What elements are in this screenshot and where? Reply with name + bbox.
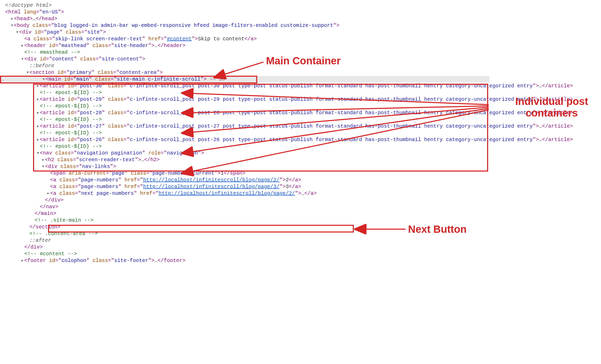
section-open[interactable]: ▾<section id="primary" class="content-ar… — [26, 69, 489, 76]
article-post-28[interactable]: ▸<article id="post-28" class="c-infinte-… — [36, 110, 489, 116]
expand-icon[interactable]: ▸ — [36, 123, 40, 130]
header-collapsed[interactable]: ▸<header id="masthead" class="site-heade… — [21, 42, 489, 49]
pseudo-after: ::after — [26, 237, 489, 244]
page-number-2[interactable]: <a class="page-numbers" href="http://loc… — [46, 177, 489, 183]
content-div-close[interactable]: </div> — [21, 244, 489, 251]
expand-icon[interactable]: ▸ — [36, 96, 40, 103]
expand-icon[interactable]: ▸ — [46, 190, 50, 197]
comment-post-id: <!-- #post-${ID} --> — [36, 89, 489, 96]
head-collapsed[interactable]: ▸<head>…</head> — [10, 16, 489, 22]
expand-icon[interactable]: ▸ — [36, 110, 40, 116]
breadcrumb-dots: … — [0, 76, 5, 83]
html-open[interactable]: <html lang="en-US"> — [5, 9, 489, 16]
body-open[interactable]: ▾<body class="blog logged-in admin-bar w… — [10, 22, 489, 29]
pseudo-before: ::before — [26, 63, 489, 69]
h2-collapsed[interactable]: ▸<h2 class="screen-reader-text">…</h2> — [41, 157, 489, 163]
article-post-29[interactable]: ▸<article id="post-29" class="c-infinte-… — [36, 96, 489, 103]
expand-icon[interactable]: ▸ — [21, 257, 24, 264]
comment-sitemain: <!-- .site-main --> — [31, 217, 489, 224]
content-div-open[interactable]: ▾<div id="content" class="site-content"> — [21, 56, 489, 63]
main-close[interactable]: </main> — [31, 210, 489, 217]
expand-icon[interactable]: ▸ — [36, 136, 40, 143]
article-post-30[interactable]: ▸<article id="post-30" class="c-infinte-… — [36, 83, 489, 89]
devtools-dom-tree[interactable]: <!doctype html> <html lang="en-US"> ▸<he… — [0, 0, 489, 267]
page-number-3[interactable]: <a class="page-numbers" href="http://loc… — [46, 183, 489, 190]
article-post-26[interactable]: ▸<article id="post-26" class="c-infinte-… — [36, 136, 489, 143]
article-post-27[interactable]: ▸<article id="post-27" class="c-infinte-… — [36, 123, 489, 130]
annotation-individual-posts: Individual post containers — [515, 96, 588, 119]
nav-close[interactable]: </nav> — [36, 204, 489, 210]
collapse-icon[interactable]: ▾ — [41, 163, 45, 170]
expand-icon[interactable]: ▸ — [41, 157, 45, 163]
footer-collapsed[interactable]: ▸<footer id="colophon" class="site-foote… — [21, 257, 489, 264]
collapse-icon[interactable]: ▾ — [36, 150, 40, 157]
collapse-icon[interactable]: ▾ — [10, 22, 14, 29]
skip-link[interactable]: <a class="skip-link screen-reader-text" … — [21, 36, 489, 42]
section-close[interactable]: </section> — [26, 224, 489, 230]
collapse-icon[interactable]: ▾ — [15, 29, 19, 36]
nav-links-open[interactable]: ▾<div class="nav-links"> — [41, 163, 489, 170]
comment-post-id: <!-- #post-${ID} --> — [36, 103, 489, 110]
doctype-text: <!doctype html> — [5, 2, 52, 8]
comment-content: <!-- #content --> — [21, 251, 489, 257]
nav-open[interactable]: ▾<nav class="navigation pagination" role… — [36, 150, 489, 157]
expand-icon[interactable]: ▸ — [36, 83, 40, 89]
collapse-icon[interactable]: ▾ — [42, 76, 45, 83]
expand-icon[interactable]: ▸ — [21, 42, 24, 49]
nav-links-close[interactable]: </div> — [41, 197, 489, 204]
comment-post-id: <!-- #post-${ID} --> — [36, 130, 489, 136]
collapse-icon[interactable]: ▾ — [26, 69, 29, 76]
collapse-icon[interactable]: ▾ — [21, 56, 24, 63]
expand-icon[interactable]: ▸ — [10, 16, 14, 22]
page-div-open[interactable]: ▾<div id="page" class="site"> — [15, 29, 489, 36]
page-number-current[interactable]: <span aria-current="page" class="page-nu… — [46, 170, 489, 177]
next-page-link[interactable]: ▸<a class="next page-numbers" href="http… — [46, 190, 489, 197]
main-open-selected[interactable]: … ▾<main id="main" class="site-main c-in… — [0, 76, 489, 83]
doctype-line: <!doctype html> — [5, 2, 489, 9]
comment-post-id: <!-- #post-${ID} --> — [36, 116, 489, 123]
comment-contentarea: <!-- .content-area --> — [26, 230, 489, 237]
comment-masthead: <!-- #masthead --> — [21, 49, 489, 56]
comment-post-id: <!-- #post-${ID} --> — [36, 143, 489, 150]
